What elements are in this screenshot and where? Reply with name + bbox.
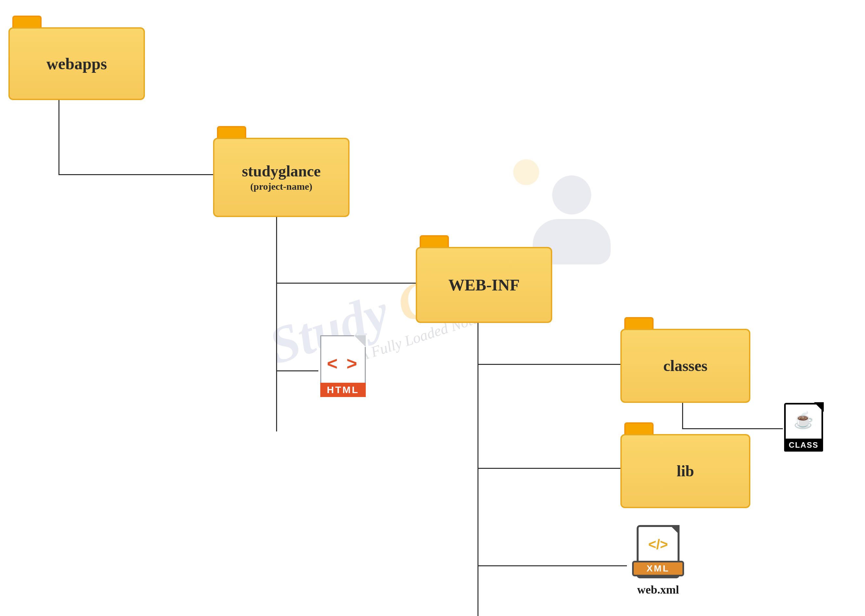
- connector: [58, 174, 213, 175]
- folder-webapps: webapps: [8, 16, 145, 100]
- connector: [477, 364, 620, 365]
- folder-lib-label: lib: [677, 463, 694, 480]
- connector: [477, 565, 627, 566]
- file-html-icon: < > HTML: [320, 335, 366, 397]
- xml-badge: XML: [632, 561, 684, 577]
- class-badge: CLASS: [784, 438, 823, 452]
- folder-project-label: studyglance: [242, 163, 321, 180]
- connector: [477, 323, 479, 616]
- html-glyph: < >: [320, 353, 366, 374]
- folder-webinf: WEB-INF: [416, 235, 552, 323]
- folder-project-subtitle: (project-name): [250, 181, 312, 192]
- folder-project: studyglance (project-name): [213, 126, 350, 217]
- java-cup-icon: ☕: [784, 412, 823, 428]
- folder-lib: lib: [620, 423, 750, 508]
- folder-classes-label: classes: [663, 357, 708, 375]
- xml-caption: web.xml: [619, 583, 697, 597]
- folder-classes: classes: [620, 317, 750, 403]
- folder-webinf-label: WEB-INF: [448, 276, 520, 294]
- connector: [276, 283, 416, 284]
- directory-tree-diagram: Study Glance A Fully Loaded Notebook web…: [0, 0, 865, 616]
- connector: [276, 217, 277, 431]
- connector: [477, 468, 620, 469]
- connector: [58, 100, 60, 175]
- file-xml-icon: </> XML web.xml: [632, 525, 684, 590]
- html-badge: HTML: [320, 383, 366, 397]
- folder-webapps-label: webapps: [46, 55, 107, 73]
- xml-code-glyph: </>: [637, 537, 680, 552]
- connector: [276, 370, 318, 371]
- file-class-icon: ☕ CLASS: [784, 403, 823, 452]
